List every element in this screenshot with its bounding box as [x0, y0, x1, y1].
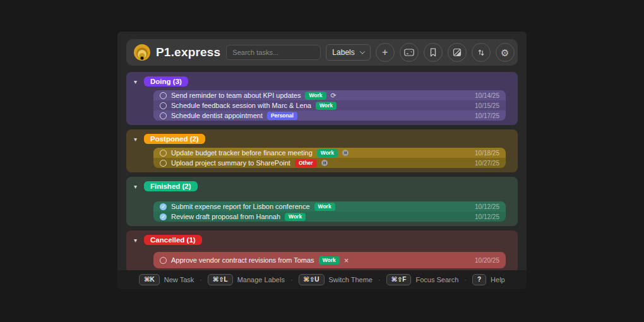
shortcut-label: New Task: [164, 276, 194, 283]
task-row[interactable]: Submit expense report for Lisbon confere…: [153, 201, 506, 212]
task-title: Send reminder to team about KPI updates: [171, 92, 301, 99]
task-row[interactable]: Send reminder to team about KPI updates …: [153, 90, 506, 100]
task-section: ▾ Finished (2) Submit expense report for…: [126, 177, 518, 226]
task-due-date: 10/18/25: [475, 150, 499, 157]
task-due-date: 10/20/25: [475, 257, 499, 264]
labels-dropdown-value: Labels: [332, 48, 354, 57]
bookmark-button[interactable]: [424, 43, 443, 62]
task-label-pill: Work: [314, 203, 335, 211]
task-checkbox[interactable]: [160, 160, 167, 167]
swatchbook-button[interactable]: [448, 43, 467, 62]
shortcut-label: Focus Search: [415, 276, 458, 283]
add-task-button[interactable]: +: [376, 43, 395, 62]
collapse-chevron-icon[interactable]: ▾: [134, 136, 137, 143]
task-section: ▾ Postponed (2) Update budget tracker be…: [126, 129, 518, 172]
collapse-chevron-icon[interactable]: ▾: [134, 78, 137, 85]
task-row[interactable]: Update budget tracker before finance mee…: [153, 148, 506, 158]
keyboard-shortcut: ⌘⇧L Manage Labels: [208, 274, 285, 285]
shortcut-keys: ⌘⇧U: [299, 274, 325, 285]
shortcut-keys: ⌘⇧F: [386, 274, 412, 285]
task-section: ▾ Cancelled (1) Approve vendor contract …: [126, 230, 518, 270]
separator-dot: ·: [200, 276, 202, 283]
task-title: Review draft proposal from Hannah: [171, 213, 280, 220]
task-due-date: 10/15/25: [475, 102, 499, 109]
task-row[interactable]: Upload project summary to SharePoint Oth…: [153, 158, 506, 168]
chevron-down-icon: [359, 49, 364, 54]
task-label-pill: Other: [295, 159, 317, 167]
shortcut-label: Help: [491, 276, 505, 283]
task-label-pill: Work: [285, 213, 306, 221]
task-label-pill: Work: [317, 149, 338, 157]
settings-button[interactable]: ⚙: [496, 43, 515, 62]
sort-arrows-icon: [475, 47, 487, 58]
task-due-date: 10/17/25: [475, 112, 499, 119]
bookmark-icon: [427, 47, 439, 58]
card-icon: [403, 47, 415, 58]
keyboard-shortcut: ? Help: [472, 274, 505, 285]
task-title: Approve vendor contract revisions from T…: [171, 256, 314, 264]
task-row[interactable]: Schedule feedback session with Marc & Le…: [153, 100, 506, 110]
task-label-pill: Work: [319, 256, 340, 265]
app-title: P1.express: [156, 45, 220, 59]
paused-icon: [342, 150, 349, 156]
swatchbook-icon: [451, 47, 463, 58]
keyboard-shortcut: ⌘⇧U Switch Theme: [299, 274, 373, 285]
task-due-date: 10/12/25: [475, 213, 499, 220]
task-title: Submit expense report for Lisbon confere…: [171, 203, 310, 210]
task-checkbox[interactable]: [160, 150, 167, 157]
sort-button[interactable]: [472, 43, 491, 62]
collapse-chevron-icon[interactable]: ▾: [134, 237, 137, 244]
keyboard-shortcut: ⌘K New Task: [139, 274, 194, 285]
task-list: Approve vendor contract revisions from T…: [153, 252, 506, 268]
section-header: ▾ Postponed (2): [126, 133, 518, 145]
recurring-icon: [331, 92, 337, 100]
section-header: ▾ Cancelled (1): [126, 234, 518, 246]
collapse-chevron-icon[interactable]: ▾: [134, 183, 137, 190]
task-title: Upload project summary to SharePoint: [171, 159, 290, 167]
task-label-pill: Personal: [267, 112, 297, 120]
task-row[interactable]: Schedule dentist appointment Personal 10…: [153, 110, 506, 121]
task-section: ▾ Doing (3) Send reminder to team about …: [126, 72, 518, 125]
task-checkbox[interactable]: [160, 257, 167, 264]
section-badge[interactable]: Postponed (2): [144, 134, 205, 144]
section-badge[interactable]: Finished (2): [144, 181, 198, 191]
shortcut-keys: ⌘K: [139, 274, 160, 285]
paused-icon: [321, 160, 328, 166]
section-header: ▾ Doing (3): [126, 75, 518, 88]
task-checkbox[interactable]: [160, 213, 167, 220]
labels-dropdown[interactable]: Labels: [326, 44, 370, 61]
separator-dot: ·: [378, 276, 381, 283]
section-badge[interactable]: Doing (3): [144, 76, 188, 86]
app-window: P1.express Labels +: [117, 32, 527, 289]
task-title: Schedule feedback session with Marc & Le…: [171, 102, 311, 109]
card-button[interactable]: [400, 43, 419, 62]
cancelled-icon: [344, 256, 349, 265]
separator-dot: ·: [464, 276, 467, 283]
shortcut-keys: ?: [472, 274, 486, 285]
search-input[interactable]: [226, 45, 321, 60]
task-list: Update budget tracker before finance mee…: [153, 148, 506, 168]
page-background: P1.express Labels +: [0, 0, 644, 322]
task-sections: ▾ Doing (3) Send reminder to team about …: [117, 71, 527, 270]
section-header: ▾ Finished (2): [126, 180, 518, 193]
task-checkbox[interactable]: [160, 92, 167, 99]
gear-icon: ⚙: [501, 48, 509, 57]
task-label-pill: Work: [305, 92, 326, 100]
header-controls: Labels +: [226, 43, 514, 62]
task-due-date: 10/12/25: [475, 203, 499, 210]
task-label-pill: Work: [316, 102, 337, 110]
task-title: Update budget tracker before finance mee…: [171, 149, 313, 157]
task-checkbox[interactable]: [160, 112, 167, 119]
section-badge[interactable]: Cancelled (1): [144, 235, 202, 245]
task-row[interactable]: Approve vendor contract revisions from T…: [153, 252, 506, 268]
brand: P1.express: [134, 44, 220, 61]
task-checkbox[interactable]: [160, 102, 167, 109]
keyboard-shortcut: ⌘⇧F Focus Search: [386, 274, 459, 285]
task-row[interactable]: Review draft proposal from Hannah Work 1…: [153, 212, 506, 222]
shortcut-keys: ⌘⇧L: [208, 274, 233, 285]
task-checkbox[interactable]: [160, 203, 167, 210]
task-due-date: 10/27/25: [475, 160, 499, 167]
shortcuts-footer: ⌘K New Task · ⌘⇧L Manage Labels · ⌘⇧U Sw…: [117, 270, 527, 289]
shortcut-label: Manage Labels: [237, 276, 285, 283]
app-logo-icon: [134, 44, 150, 61]
